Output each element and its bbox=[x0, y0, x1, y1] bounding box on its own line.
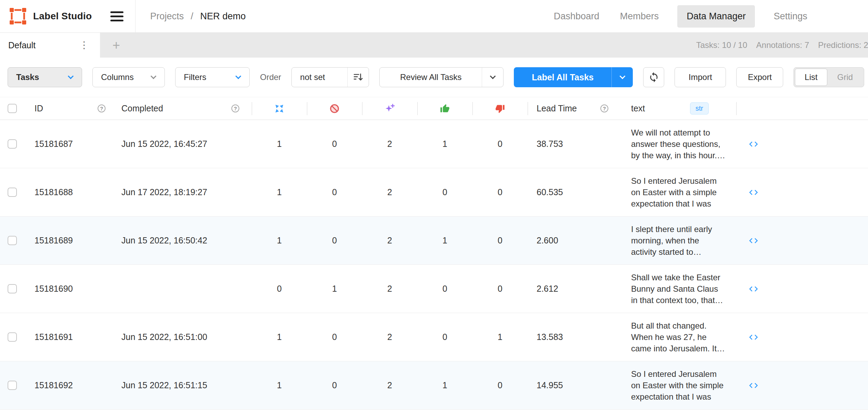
row-checkbox[interactable] bbox=[8, 188, 17, 197]
nav-dashboard[interactable]: Dashboard bbox=[552, 5, 601, 28]
task-id: 15181692 bbox=[28, 361, 118, 409]
lead-time-value: 60.535 bbox=[528, 168, 621, 216]
task-text: But all that changed. When he was 27, he… bbox=[631, 320, 726, 354]
task-id: 15181691 bbox=[28, 313, 118, 361]
task-completed: Jun 15 2022, 16:45:27 bbox=[118, 120, 252, 168]
predictions-count: 2 bbox=[362, 361, 417, 409]
row-checkbox[interactable] bbox=[8, 139, 17, 149]
rejected-count: 1 bbox=[472, 313, 528, 361]
column-header-completed[interactable]: Completed ? bbox=[118, 97, 252, 120]
view-source-button[interactable] bbox=[748, 235, 759, 246]
rejected-count: 0 bbox=[472, 120, 528, 168]
accepted-count: 1 bbox=[417, 217, 472, 264]
lead-time-value: 2.612 bbox=[528, 265, 621, 313]
refresh-button[interactable] bbox=[643, 67, 664, 87]
view-grid-button[interactable]: Grid bbox=[827, 72, 863, 82]
task-id: 15181689 bbox=[28, 217, 118, 264]
accepted-count: 1 bbox=[417, 120, 472, 168]
label-all-tasks-button[interactable]: Label All Tasks bbox=[514, 67, 633, 87]
order-value-dropdown[interactable]: not set bbox=[291, 67, 369, 87]
breadcrumb-projects-link[interactable]: Projects bbox=[150, 11, 184, 22]
breadcrumb-separator: / bbox=[191, 11, 193, 22]
column-header-lead-time[interactable]: Lead Time ? bbox=[528, 97, 621, 120]
kebab-icon[interactable]: ⋮ bbox=[77, 39, 92, 51]
view-list-button[interactable]: List bbox=[795, 69, 827, 86]
view-source-button[interactable] bbox=[748, 332, 759, 342]
cancelled-count: 1 bbox=[307, 265, 362, 313]
table-row[interactable]: 15181690 0 1 2 0 0 2.612 Shall we take t… bbox=[0, 265, 868, 313]
review-all-tasks-button[interactable]: Review All Tasks bbox=[379, 67, 503, 87]
predictions-count: 2 bbox=[362, 313, 417, 361]
brand: Label Studio bbox=[9, 7, 92, 25]
task-text: So I entered Jerusalem on Easter with a … bbox=[631, 175, 726, 209]
view-source-button[interactable] bbox=[748, 284, 759, 294]
select-all-checkbox[interactable] bbox=[8, 104, 17, 113]
row-checkbox[interactable] bbox=[8, 332, 17, 342]
column-header-id[interactable]: ID ? bbox=[28, 97, 118, 120]
code-icon bbox=[748, 332, 759, 342]
table-row[interactable]: 15181687 Jun 15 2022, 16:45:27 1 0 2 1 0… bbox=[0, 120, 868, 168]
predictions-count: 2 bbox=[362, 217, 417, 264]
column-header-annotations[interactable] bbox=[252, 97, 307, 120]
nav-members[interactable]: Members bbox=[618, 5, 661, 28]
lead-time-value: 2.600 bbox=[528, 217, 621, 264]
hamburger-menu-icon[interactable] bbox=[108, 9, 126, 24]
column-header-predictions[interactable] bbox=[362, 97, 417, 120]
column-header-accepted[interactable] bbox=[417, 97, 472, 120]
predictions-sparkle-icon bbox=[385, 103, 395, 114]
tab-default[interactable]: Default ⋮ bbox=[0, 33, 100, 58]
chevron-down-icon[interactable] bbox=[611, 67, 633, 87]
table-row[interactable]: 15181689 Jun 15 2022, 16:50:42 1 0 2 1 0… bbox=[0, 217, 868, 265]
sort-descending-icon[interactable] bbox=[347, 68, 369, 87]
table-row[interactable]: 15181692 Jun 15 2022, 16:51:15 1 0 2 1 0… bbox=[0, 361, 868, 410]
help-icon[interactable]: ? bbox=[231, 104, 239, 112]
export-button[interactable]: Export bbox=[736, 67, 783, 87]
column-header-cancelled[interactable] bbox=[307, 97, 362, 120]
lead-time-value: 13.583 bbox=[528, 313, 621, 361]
task-text: So I entered Jerusalem on Easter with th… bbox=[631, 368, 726, 402]
task-completed: Jun 15 2022, 16:51:15 bbox=[118, 361, 252, 409]
predictions-count: 2 bbox=[362, 265, 417, 313]
cancelled-icon bbox=[329, 103, 340, 114]
table-header: ID ? Completed ? bbox=[0, 97, 868, 120]
task-id: 15181688 bbox=[28, 168, 118, 216]
view-source-button[interactable] bbox=[748, 139, 759, 149]
column-header-text[interactable]: text str bbox=[621, 97, 736, 120]
rejected-count: 0 bbox=[472, 217, 528, 264]
import-button[interactable]: Import bbox=[675, 67, 726, 87]
view-source-button[interactable] bbox=[748, 187, 759, 198]
accepted-count: 1 bbox=[417, 361, 472, 409]
row-checkbox[interactable] bbox=[8, 236, 17, 245]
tasks-dropdown[interactable]: Tasks bbox=[8, 67, 82, 87]
table-row[interactable]: 15181688 Jun 17 2022, 18:19:27 1 0 2 0 0… bbox=[0, 168, 868, 217]
add-tab-button[interactable]: + bbox=[110, 39, 123, 52]
nav-settings[interactable]: Settings bbox=[771, 5, 809, 28]
rejected-count: 0 bbox=[472, 361, 528, 409]
column-header-rejected[interactable] bbox=[472, 97, 528, 120]
header-divider bbox=[135, 0, 136, 33]
nav-data-manager[interactable]: Data Manager bbox=[677, 5, 755, 28]
code-icon bbox=[748, 235, 759, 246]
stat-annotations: Annotations: 7 bbox=[756, 40, 809, 50]
view-source-button[interactable] bbox=[748, 380, 759, 391]
task-completed: Jun 15 2022, 16:51:00 bbox=[118, 313, 252, 361]
task-id: 15181687 bbox=[28, 120, 118, 168]
stat-predictions: Predictions: 20 bbox=[818, 40, 868, 50]
rejected-count: 0 bbox=[472, 265, 528, 313]
cancelled-count: 0 bbox=[307, 120, 362, 168]
help-icon[interactable]: ? bbox=[600, 104, 608, 112]
thumb-up-icon bbox=[440, 104, 450, 113]
cancelled-count: 0 bbox=[307, 313, 362, 361]
chevron-down-icon[interactable] bbox=[482, 68, 503, 87]
filters-dropdown[interactable]: Filters bbox=[175, 67, 250, 87]
task-completed: Jun 15 2022, 16:50:42 bbox=[118, 217, 252, 264]
help-icon[interactable]: ? bbox=[98, 104, 106, 112]
chevron-down-icon bbox=[68, 73, 74, 79]
predictions-count: 2 bbox=[362, 120, 417, 168]
row-checkbox[interactable] bbox=[8, 381, 17, 390]
lead-time-value: 14.955 bbox=[528, 361, 621, 409]
columns-dropdown[interactable]: Columns bbox=[92, 67, 165, 87]
table-row[interactable]: 15181691 Jun 15 2022, 16:51:00 1 0 2 0 1… bbox=[0, 313, 868, 361]
row-checkbox[interactable] bbox=[8, 284, 17, 293]
task-text: I slept there until early morning, when … bbox=[631, 223, 726, 258]
